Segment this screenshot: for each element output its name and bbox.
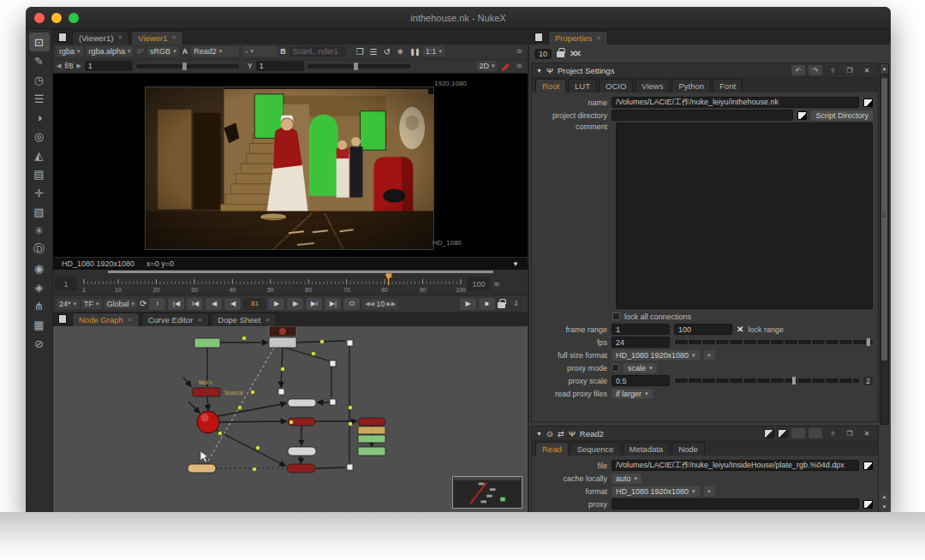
gain-slider[interactable]	[136, 64, 239, 69]
channel-node-icon[interactable]: ☰	[29, 89, 50, 108]
colorspace-dropdown[interactable]: sRGB▾	[147, 46, 179, 57]
transport-btn[interactable]: ▶|	[325, 298, 341, 310]
tab-viewer1[interactable]: (Viewer1)✕	[72, 31, 129, 45]
transport-btn[interactable]: ▶	[287, 298, 303, 310]
collapse-panel-icon[interactable]: ▼	[536, 68, 542, 74]
keyer-node-icon[interactable]: ◭	[29, 146, 50, 164]
dot-node[interactable]	[347, 340, 353, 346]
other-node-icon[interactable]: ▦	[29, 315, 50, 334]
format-edit-icon[interactable]: ▪	[704, 486, 715, 497]
big-red-node[interactable]	[197, 411, 219, 433]
refresh-viewer-icon[interactable]: ↺	[384, 47, 391, 57]
draw-node-icon[interactable]: ✎	[29, 51, 50, 70]
format-edit-icon[interactable]: ▪	[704, 350, 715, 360]
green-node-1[interactable]	[358, 435, 385, 443]
metadata-node-icon[interactable]: ◈	[29, 277, 50, 296]
collapse-panel-icon[interactable]: ▼	[536, 431, 542, 437]
toolsets-node-icon[interactable]: ⋔	[29, 296, 50, 315]
proxy-field[interactable]	[612, 498, 859, 509]
status-expand-icon[interactable]: ▼	[512, 260, 519, 268]
transport-btn[interactable]: ◀	[224, 298, 241, 310]
close-tab-icon[interactable]: ✕	[128, 317, 133, 324]
properties-scrollbar[interactable]: ▲	[880, 63, 889, 425]
tab-curve-editor[interactable]: Curve Editor✕	[141, 313, 210, 326]
transport-i[interactable]: ▶I	[306, 298, 322, 310]
ps-tab-ocio[interactable]: OCIO	[599, 79, 633, 92]
format-dropdown[interactable]: HD_1080 1920x1080▾	[612, 486, 700, 497]
time-node-icon[interactable]: ◷	[29, 70, 50, 89]
filter-node-icon[interactable]: ◎	[29, 127, 50, 146]
transport-current-frame[interactable]: 81	[243, 298, 266, 310]
read-tab-read[interactable]: Read	[535, 442, 569, 456]
tab-viewer1[interactable]: Viewer1✕	[131, 31, 183, 45]
timeline-out-field[interactable]: 100	[468, 277, 490, 291]
pane-menu-icon[interactable]	[534, 33, 543, 42]
tf-dropdown[interactable]: TF▾	[81, 299, 102, 309]
ps-tab-root[interactable]: Root	[535, 79, 566, 92]
timeline-in-field[interactable]: 1	[55, 277, 77, 291]
scrollbar-thumb[interactable]	[881, 78, 887, 360]
collapse-row-icon[interactable]: ≋	[493, 280, 500, 295]
pane-menu-icon[interactable]	[58, 314, 67, 324]
proxy-mode-dropdown[interactable]: scale▾	[624, 363, 657, 373]
ps-tab-font[interactable]: Font	[713, 79, 743, 92]
project-directory-field[interactable]	[612, 110, 793, 121]
close-panel-button[interactable]: ✕	[860, 428, 874, 438]
main-red-node[interactable]	[193, 388, 220, 396]
white-pill-node-1[interactable]	[288, 399, 316, 407]
close-tab-icon[interactable]: ✕	[197, 317, 202, 324]
skip-amount-field[interactable]: 10	[376, 300, 385, 308]
lock-all-connections-checkbox[interactable]	[612, 313, 620, 320]
gain-field[interactable]: 1	[85, 61, 133, 71]
swap-icon[interactable]: ⇄	[558, 429, 564, 438]
autokey-icon[interactable]	[764, 429, 774, 438]
full-size-format-dropdown[interactable]: HD_1080 1920x1080▾	[612, 350, 700, 360]
red-pill-node-3[interactable]	[287, 464, 315, 473]
render-button[interactable]: ⇩	[508, 298, 524, 310]
dot-node[interactable]	[330, 399, 336, 405]
close-tab-icon[interactable]: ✕	[172, 34, 177, 41]
roi-icon[interactable]: ✳	[397, 47, 403, 57]
close-tab-icon[interactable]: ✕	[266, 317, 271, 324]
collapse-row-icon[interactable]: ≋	[516, 47, 522, 56]
tab-dope-sheet[interactable]: Dope Sheet✕	[211, 313, 277, 326]
green-node-2[interactable]	[358, 447, 385, 456]
white-pill-node-2[interactable]	[288, 447, 316, 456]
help-button[interactable]: ?	[826, 428, 839, 438]
read2-header[interactable]: ▼ ⊙ ⇄ Ψ Read2 ? ❐ ✕	[532, 426, 878, 441]
nodegraph-canvas[interactable]: MainSource	[53, 326, 528, 514]
channels-dropdown[interactable]: rgba▾	[57, 46, 83, 57]
particles-node-icon[interactable]: ✳	[29, 221, 50, 240]
read-node[interactable]	[269, 337, 296, 348]
read-tab-node[interactable]: Node	[671, 442, 705, 456]
pin-properties-icon[interactable]	[557, 51, 564, 57]
range-mode-dropdown[interactable]: Global▾	[104, 299, 138, 309]
cache-locally-dropdown[interactable]: auto▾	[612, 474, 642, 484]
proxy-mode-checkbox[interactable]	[612, 364, 619, 372]
transform-node-icon[interactable]: ✛	[29, 183, 50, 202]
color-node-icon[interactable]: ◑	[29, 108, 50, 127]
tab-properties[interactable]: Properties✕	[548, 31, 608, 45]
script-directory-button[interactable]: Script Directory	[811, 110, 873, 121]
ps-tab-views[interactable]: Views	[635, 79, 670, 92]
tab-node-graph[interactable]: Node Graph✕	[72, 313, 140, 326]
close-all-panels-icon[interactable]: ✕✕	[570, 49, 579, 58]
layer-dropdown[interactable]: rgba.alpha▾	[87, 46, 134, 57]
proxy-scale-slider[interactable]	[674, 378, 859, 383]
proxy-scale-field[interactable]	[612, 375, 670, 386]
transport-btn[interactable]: ◀	[206, 298, 222, 310]
tan-node[interactable]	[358, 426, 385, 434]
display-output-icon[interactable]: ❐	[356, 47, 364, 57]
close-tab-icon[interactable]: ✕	[596, 35, 601, 42]
stylus-brush-icon[interactable]	[500, 62, 510, 71]
timeline-range-bar[interactable]	[108, 271, 493, 273]
dot-node[interactable]	[278, 389, 284, 395]
file-field[interactable]	[612, 460, 859, 471]
deep-node-icon[interactable]: Ⓓ	[29, 240, 50, 259]
image-node-icon[interactable]: ⊡	[29, 33, 50, 51]
read-tab-metadata[interactable]: Metadata	[623, 442, 671, 456]
transport-o[interactable]: O	[343, 298, 360, 310]
help-button[interactable]: ?	[826, 65, 839, 75]
stop-button[interactable]: ■	[479, 298, 495, 310]
fstop-prev-button[interactable]: ◀	[57, 63, 61, 69]
